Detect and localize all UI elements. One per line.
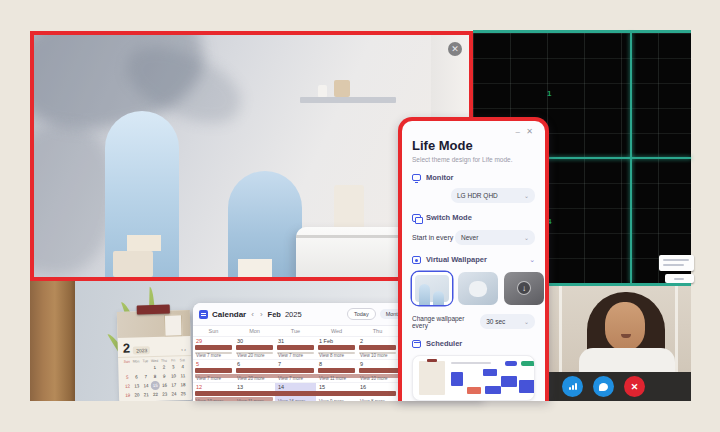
- arch-step: [127, 235, 161, 251]
- switch-mode-icon: [412, 214, 421, 222]
- view-more-link[interactable]: View 10 more: [360, 376, 387, 381]
- preview-event-block: [501, 376, 517, 387]
- date-label: 6: [237, 361, 240, 367]
- monitor-icon: [412, 174, 421, 181]
- event-bar[interactable]: [359, 345, 396, 350]
- event-bar[interactable]: [195, 391, 396, 396]
- preview-event-block: [483, 369, 497, 376]
- mini-date-grid: 1234567891011121314151617181920212223242…: [118, 362, 192, 401]
- day-header: Mon: [234, 326, 275, 336]
- mini-date: [131, 363, 141, 372]
- mini-date: 11: [178, 371, 188, 380]
- date-label: 13: [237, 384, 243, 390]
- quadrant-label: 1: [547, 89, 551, 98]
- room-shape: [469, 281, 487, 297]
- current-month: Feb: [268, 310, 281, 319]
- download-icon: ↓: [517, 281, 531, 295]
- scheduler-preview[interactable]: [412, 355, 535, 401]
- floating-shelf: [300, 97, 396, 103]
- mini-date: 13: [132, 381, 142, 390]
- date-label: 15: [319, 384, 325, 390]
- view-more-link[interactable]: View 7 more: [278, 353, 303, 358]
- mini-date: 22: [151, 390, 161, 399]
- shelf-box: [334, 80, 350, 97]
- virtual-wallpaper-icon: [412, 256, 421, 264]
- view-more-link[interactable]: View 11 more: [237, 399, 264, 401]
- wallpaper-interval-dropdown[interactable]: 30 sec⌄: [480, 314, 535, 329]
- view-more-link[interactable]: View 16 more: [278, 399, 305, 401]
- mini-date: 2: [159, 363, 169, 372]
- monitor-dropdown[interactable]: LG HDR QHD⌄: [451, 188, 535, 203]
- wood-post: [30, 281, 75, 401]
- event-bar[interactable]: [195, 345, 232, 350]
- mini-date: 16: [160, 381, 170, 390]
- view-more-link[interactable]: View 20 more: [237, 376, 264, 381]
- view-more-link[interactable]: View 9 more: [319, 399, 344, 401]
- today-button[interactable]: Today: [347, 308, 376, 320]
- mini-date: [122, 364, 132, 373]
- preview-mini-calendar: [419, 361, 445, 395]
- preview-event-block: [451, 372, 463, 386]
- mini-year: 2023: [133, 346, 150, 354]
- view-more-link[interactable]: View 7 more: [278, 376, 303, 381]
- prev-month-button[interactable]: ‹: [251, 310, 254, 319]
- chat-button[interactable]: [593, 376, 614, 397]
- preview-clip: [427, 359, 437, 362]
- view-more-link[interactable]: View 8 more: [319, 353, 344, 358]
- mini-month-number: 2: [123, 341, 131, 356]
- event-bar[interactable]: [318, 368, 355, 373]
- marketing-collage: 14 2 2023 ‹ › SunMonTueWedThuFri: [0, 0, 720, 432]
- mini-date: 5: [122, 373, 132, 382]
- end-call-button[interactable]: ✕: [624, 376, 645, 397]
- panel-subtitle: Select theme design for Life mode.: [412, 156, 535, 163]
- event-bar[interactable]: [236, 368, 314, 373]
- photo-door: [164, 314, 183, 336]
- mini-nav-arrows[interactable]: ‹ ›: [181, 346, 186, 352]
- mini-date: [160, 399, 170, 401]
- grid-tooltip-button[interactable]: [665, 274, 694, 283]
- chevron-down-icon: ⌄: [524, 318, 529, 325]
- view-more-link[interactable]: View 7 more: [196, 353, 221, 358]
- close-icon[interactable]: ✕: [448, 42, 462, 56]
- event-bar[interactable]: [277, 345, 314, 350]
- preview-blue-button: [505, 361, 517, 366]
- virtual-wallpaper-label: Virtual Wallpaper: [426, 255, 487, 264]
- mini-date: 3: [169, 362, 179, 371]
- tooltip-text-line: [663, 259, 689, 261]
- view-more-link[interactable]: View 10 more: [196, 399, 223, 401]
- close-icon[interactable]: ✕: [526, 127, 535, 136]
- door-frame-line: [559, 286, 562, 374]
- day-header: Wed: [316, 326, 357, 336]
- chevron-down-icon[interactable]: ⌄: [529, 256, 535, 264]
- date-label: 1 Feb: [319, 338, 333, 344]
- preview-red-block: [467, 387, 481, 394]
- caller-face: [605, 302, 645, 350]
- view-more-link[interactable]: View 7 more: [196, 376, 221, 381]
- mini-date: 12: [123, 382, 133, 391]
- mini-date: 17: [169, 380, 179, 389]
- arch-step: [113, 251, 153, 277]
- event-bar[interactable]: [318, 345, 355, 350]
- wallpaper-thumb-download[interactable]: ↓: [504, 272, 544, 305]
- event-bar[interactable]: [236, 345, 273, 350]
- preview-header-line: [451, 362, 491, 364]
- wallpaper-thumb-arch[interactable]: [412, 272, 452, 305]
- date-label: 2: [360, 338, 363, 344]
- view-more-link[interactable]: View 20 more: [237, 353, 264, 358]
- paper-calendar: 2 2023 ‹ › SunMonTueWedThuFriSat 1234567…: [117, 310, 192, 401]
- switch-interval-dropdown[interactable]: Never⌄: [455, 230, 535, 245]
- event-bar[interactable]: [195, 368, 232, 373]
- date-label: 9: [360, 361, 363, 367]
- stats-button[interactable]: [562, 376, 583, 397]
- minimize-icon[interactable]: –: [516, 127, 522, 136]
- view-more-link[interactable]: View 10 more: [360, 353, 387, 358]
- view-more-link[interactable]: View 8 more: [360, 399, 385, 401]
- switch-mode-label: Switch Mode: [426, 213, 472, 222]
- calendar-title: Calendar: [212, 310, 246, 319]
- mini-date: 21: [141, 390, 151, 399]
- chevron-down-icon: ⌄: [524, 234, 529, 241]
- wallpaper-thumb-room[interactable]: [458, 272, 498, 305]
- next-month-button[interactable]: ›: [260, 310, 263, 319]
- view-more-link[interactable]: View 11 more: [319, 376, 346, 381]
- mini-date: 27: [132, 399, 142, 401]
